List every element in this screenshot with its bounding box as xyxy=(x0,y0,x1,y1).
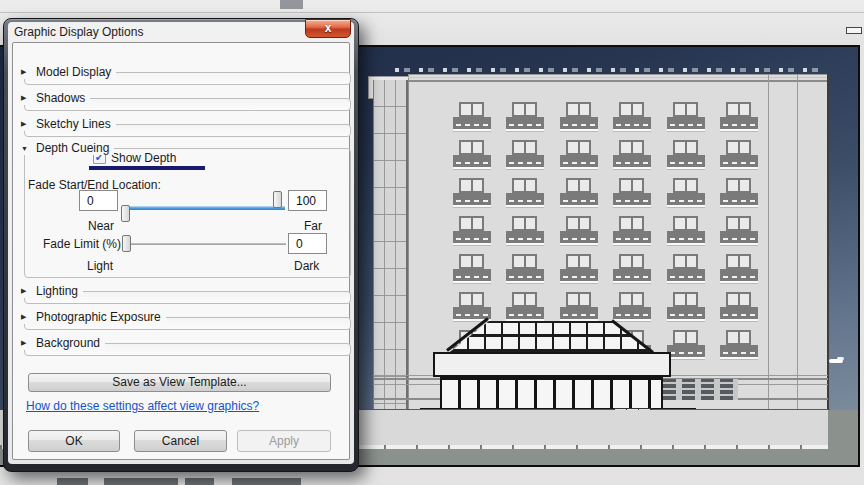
chevron-right-icon: ▶ xyxy=(21,68,30,76)
balcony xyxy=(453,193,491,205)
section-depth-cueing[interactable]: ▼ Depth Cueing xyxy=(18,141,114,155)
balcony xyxy=(560,117,598,129)
help-link[interactable]: How do these settings affect view graphi… xyxy=(26,399,259,413)
section-photographic-exposure[interactable]: ▶ Photographic Exposure xyxy=(18,310,351,332)
window-balcony-unit xyxy=(667,178,705,205)
balcony xyxy=(720,345,758,357)
close-icon[interactable]: x xyxy=(305,19,351,38)
apply-button[interactable]: Apply xyxy=(237,430,331,452)
window-pair xyxy=(726,292,751,307)
section-background[interactable]: ▶ Background xyxy=(18,336,351,358)
statusbar-fragment xyxy=(57,478,88,485)
fade-limit-handle[interactable] xyxy=(122,235,131,252)
statusbar-fragment xyxy=(232,478,301,485)
section-shadows[interactable]: ▶ Shadows xyxy=(18,91,351,113)
window-balcony-unit xyxy=(720,178,758,205)
balcony xyxy=(506,307,544,319)
window-balcony-unit xyxy=(720,216,758,243)
window-pair xyxy=(619,216,644,231)
section-model-display[interactable]: ▶ Model Display xyxy=(18,65,351,87)
window-pair xyxy=(673,178,698,193)
window-balcony-unit xyxy=(453,292,491,319)
balcony xyxy=(667,345,705,357)
balcony xyxy=(667,155,705,167)
cancel-button[interactable]: Cancel xyxy=(134,430,227,452)
window-pair xyxy=(566,254,591,269)
window-pair xyxy=(673,254,698,269)
top-band-divider xyxy=(0,12,864,13)
balcony xyxy=(453,155,491,167)
section-label: Lighting xyxy=(36,284,78,298)
window-balcony-unit xyxy=(506,254,544,281)
window-balcony-unit xyxy=(453,140,491,167)
window-pair xyxy=(459,254,484,269)
fade-near-handle[interactable] xyxy=(121,205,130,222)
window-balcony-unit xyxy=(720,102,758,129)
window-balcony-unit xyxy=(506,292,544,319)
balcony xyxy=(506,231,544,243)
balcony xyxy=(506,193,544,205)
window-balcony-unit xyxy=(453,216,491,243)
show-depth-label: Show Depth xyxy=(111,151,176,165)
background-tab-fragment xyxy=(280,0,303,9)
fade-range-slider-track[interactable] xyxy=(123,206,285,210)
balcony xyxy=(453,117,491,129)
window-balcony-unit xyxy=(667,102,705,129)
window-pair xyxy=(673,330,698,345)
balcony xyxy=(613,155,651,167)
fade-limit-input[interactable]: 0 xyxy=(288,233,327,254)
section-label: Photographic Exposure xyxy=(36,310,161,324)
window-balcony-unit xyxy=(613,178,651,205)
statusbar-fragment xyxy=(185,478,214,485)
section-sketchy-lines[interactable]: ▶ Sketchy Lines xyxy=(18,117,351,139)
balcony xyxy=(667,193,705,205)
window-pair xyxy=(512,140,537,155)
window-pair xyxy=(459,102,484,117)
cloud xyxy=(837,357,844,360)
window-pair xyxy=(619,178,644,193)
far-value-input[interactable]: 100 xyxy=(288,190,327,211)
near-label: Near xyxy=(88,219,114,233)
fade-far-handle[interactable] xyxy=(273,191,282,208)
fade-limit-slider-track[interactable] xyxy=(129,243,286,245)
balcony xyxy=(667,269,705,281)
chevron-down-icon: ▼ xyxy=(21,145,30,152)
window-balcony-unit xyxy=(720,292,758,319)
window-balcony-unit xyxy=(560,178,598,205)
balcony xyxy=(506,117,544,129)
window-pair xyxy=(726,140,751,155)
window-balcony-unit xyxy=(667,330,705,357)
window-pair xyxy=(726,178,751,193)
window-balcony-unit xyxy=(720,254,758,281)
balcony xyxy=(453,269,491,281)
minimized-window-button[interactable] xyxy=(846,27,862,34)
ok-button[interactable]: OK xyxy=(28,430,120,452)
section-label: Depth Cueing xyxy=(36,141,109,155)
facade-column-line xyxy=(768,74,769,410)
balcony xyxy=(506,269,544,281)
glazed-tower-strip xyxy=(373,80,408,449)
balcony xyxy=(667,307,705,319)
near-value-input[interactable]: 0 xyxy=(79,190,118,211)
balcony xyxy=(720,307,758,319)
balcony xyxy=(667,231,705,243)
section-label: Background xyxy=(36,336,100,350)
graphic-display-options-dialog: Graphic Display Options x ▶ Model Displa… xyxy=(3,18,359,472)
section-lighting[interactable]: ▶ Lighting xyxy=(18,284,351,306)
window-balcony-unit xyxy=(613,140,651,167)
window-pair xyxy=(512,178,537,193)
parapet-line xyxy=(408,80,828,82)
window-balcony-unit xyxy=(720,330,758,357)
clipped-annotation-text xyxy=(395,68,819,72)
viewport-right-border xyxy=(858,45,860,467)
window-balcony-unit xyxy=(506,178,544,205)
save-as-view-template-button[interactable]: Save as View Template... xyxy=(28,373,331,392)
chevron-right-icon: ▶ xyxy=(21,287,30,295)
window-pair xyxy=(673,102,698,117)
window-pair xyxy=(726,330,751,345)
section-label: Sketchy Lines xyxy=(36,117,111,131)
window-balcony-unit xyxy=(453,102,491,129)
window-balcony-unit xyxy=(560,102,598,129)
window-balcony-unit xyxy=(560,140,598,167)
window-pair xyxy=(726,102,751,117)
